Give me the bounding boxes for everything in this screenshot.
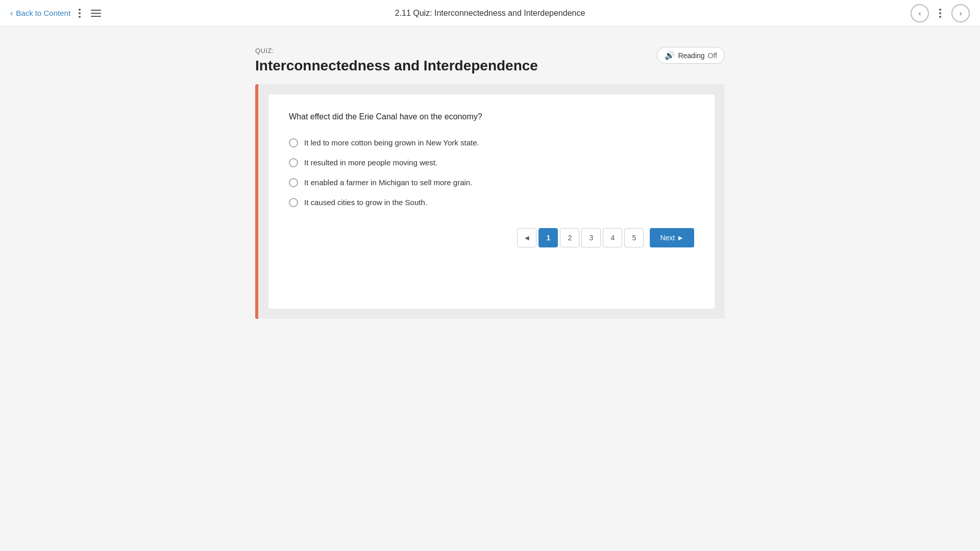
back-to-content-link[interactable]: ‹ Back to Content <box>10 9 70 18</box>
nav-right-group: ‹ › <box>911 4 970 22</box>
answer-text-c: It enabled a farmer in Michigan to sell … <box>304 177 472 188</box>
quiz-container: QUIZ: Interconnectedness and Interdepend… <box>255 47 725 319</box>
dot-1 <box>79 9 81 11</box>
quiz-header: QUIZ: Interconnectedness and Interdepend… <box>255 47 725 74</box>
prev-page-icon: ◄ <box>524 234 531 242</box>
quiz-title: Interconnectedness and Interdependence <box>255 58 538 74</box>
radio-d[interactable] <box>289 198 298 207</box>
back-to-content-label: Back to Content <box>16 9 70 17</box>
answer-options: It led to more cotton being grown in New… <box>289 137 694 208</box>
page-1-button[interactable]: 1 <box>538 228 558 247</box>
back-chevron-icon: ‹ <box>10 9 13 18</box>
dot-3 <box>79 16 81 18</box>
hamburger-menu[interactable] <box>89 8 103 19</box>
answer-option-a[interactable]: It led to more cotton being grown in New… <box>289 137 694 148</box>
answer-text-b: It resulted in more people moving west. <box>304 157 437 168</box>
prev-page-button[interactable]: ◄ <box>517 228 536 247</box>
pagination: ◄ 1 2 3 4 5 <box>289 228 694 247</box>
next-nav-button[interactable]: › <box>951 4 970 22</box>
quiz-label: QUIZ: <box>255 47 538 55</box>
quiz-card-wrapper: What effect did the Erie Canal have on t… <box>255 84 725 319</box>
answer-text-a: It led to more cotton being grown in New… <box>304 137 479 148</box>
reading-state: Off <box>708 52 717 60</box>
hamburger-line-3 <box>91 16 101 17</box>
reading-icon: 🔊 <box>665 51 675 60</box>
vertical-dots-menu[interactable] <box>77 7 83 20</box>
more-dot-1 <box>939 9 941 11</box>
page-5-button[interactable]: 5 <box>624 228 644 247</box>
radio-a[interactable] <box>289 138 298 147</box>
top-navigation: ‹ Back to Content 2.11 Quiz: Interconnec… <box>0 0 980 27</box>
nav-left-group: ‹ Back to Content <box>10 7 103 20</box>
more-dot-2 <box>939 12 941 14</box>
page-2-button[interactable]: 2 <box>560 228 579 247</box>
answer-option-d[interactable]: It caused cities to grow in the South. <box>289 197 694 208</box>
radio-c[interactable] <box>289 178 298 187</box>
answer-option-b[interactable]: It resulted in more people moving west. <box>289 157 694 168</box>
page-1-label: 1 <box>547 234 551 242</box>
reading-toggle-button[interactable]: 🔊 Reading Off <box>657 47 725 64</box>
hamburger-line-1 <box>91 10 101 11</box>
main-content: QUIZ: Interconnectedness and Interdepend… <box>0 27 980 319</box>
quiz-card: What effect did the Erie Canal have on t… <box>268 94 715 309</box>
quiz-title-group: QUIZ: Interconnectedness and Interdepend… <box>255 47 538 74</box>
page-3-label: 3 <box>590 234 594 242</box>
dot-2 <box>79 12 81 14</box>
reading-label: Reading <box>678 52 704 60</box>
next-label: Next ► <box>660 234 684 242</box>
page-3-button[interactable]: 3 <box>581 228 601 247</box>
nav-more-options[interactable] <box>937 7 943 20</box>
radio-b[interactable] <box>289 158 298 167</box>
hamburger-line-2 <box>91 13 101 14</box>
next-button[interactable]: Next ► <box>650 228 694 247</box>
nav-title: 2.11 Quiz: Interconnectedness and Interd… <box>395 9 585 18</box>
page-4-button[interactable]: 4 <box>603 228 622 247</box>
page-4-label: 4 <box>611 234 615 242</box>
prev-nav-button[interactable]: ‹ <box>911 4 929 22</box>
more-dot-3 <box>939 16 941 18</box>
answer-option-c[interactable]: It enabled a farmer in Michigan to sell … <box>289 177 694 188</box>
page-2-label: 2 <box>568 234 572 242</box>
question-text: What effect did the Erie Canal have on t… <box>289 111 694 123</box>
answer-text-d: It caused cities to grow in the South. <box>304 197 427 208</box>
page-5-label: 5 <box>632 234 636 242</box>
